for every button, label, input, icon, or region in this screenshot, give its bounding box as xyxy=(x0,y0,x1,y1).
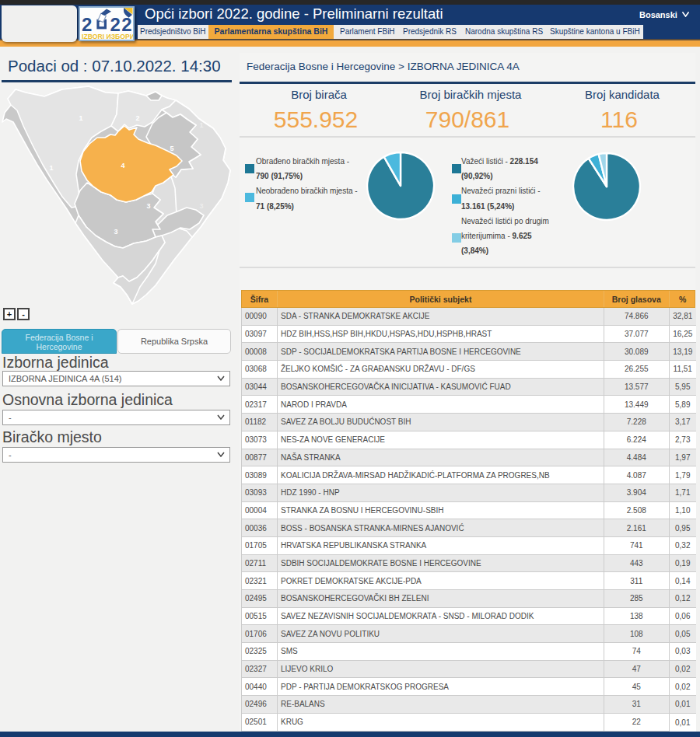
svg-text:2: 2 xyxy=(82,14,92,35)
svg-text:1: 1 xyxy=(79,114,82,122)
svg-text:5: 5 xyxy=(170,145,173,152)
svg-text:4: 4 xyxy=(121,162,124,169)
svg-text:3: 3 xyxy=(146,202,150,210)
svg-text:1: 1 xyxy=(49,164,53,172)
svg-text:2: 2 xyxy=(135,114,139,122)
svg-text:3: 3 xyxy=(114,228,117,236)
svg-text:IZBORI ИЗБОРИ: IZBORI ИЗБОРИ xyxy=(82,33,133,40)
svg-text:1: 1 xyxy=(199,121,203,129)
svg-text:3: 3 xyxy=(199,202,203,210)
